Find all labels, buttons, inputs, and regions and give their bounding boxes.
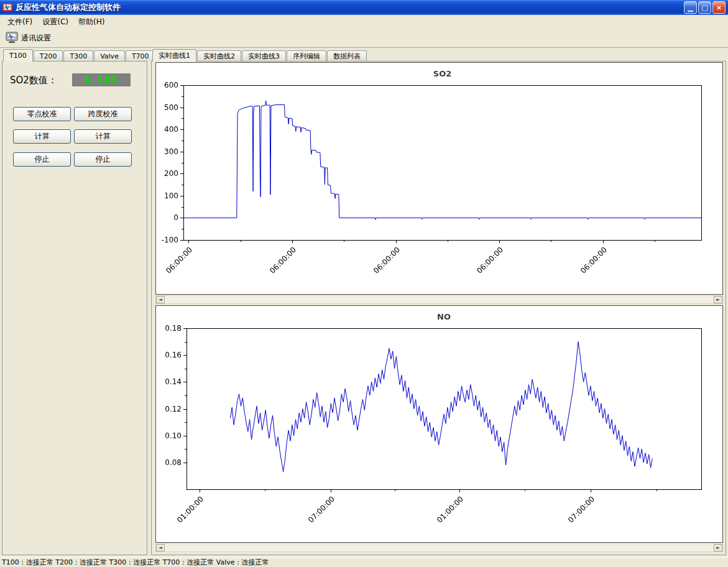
caption-buttons: ▁ □ ×	[684, 1, 726, 14]
so2-value-label: SO2数值：	[10, 75, 57, 86]
tab-t200[interactable]: T200	[34, 50, 63, 61]
stop-button-1[interactable]: 停止	[13, 152, 71, 167]
comm-settings-button[interactable]: 通讯设置	[3, 30, 53, 45]
tab-t100[interactable]: T100	[3, 49, 33, 62]
instrument-tabstrip: T100 T200 T300 Valve T700	[2, 48, 147, 61]
minimize-button[interactable]: ▁	[684, 1, 697, 14]
tab-realtime-curve-2[interactable]: 实时曲线2	[197, 50, 241, 61]
scroll-left-icon[interactable]: ◄	[156, 544, 165, 551]
toolbar: 通讯设置	[0, 29, 728, 48]
connection-status-text: T100：连接正常 T200：连接正常 T300：连接正常 T700：连接正常 …	[2, 558, 269, 567]
span-cal-button[interactable]: 跨度校准	[74, 107, 132, 121]
scroll-left-icon[interactable]: ◄	[156, 296, 165, 303]
so2-chart	[156, 63, 722, 294]
menu-settings[interactable]: 设置(C)	[37, 15, 73, 29]
comm-settings-icon	[6, 32, 19, 44]
scroll-right-icon[interactable]: ►	[714, 296, 722, 303]
menu-bar: 文件(F) 设置(C) 帮助(H)	[0, 15, 728, 29]
tab-realtime-curve-3[interactable]: 实时曲线3	[242, 50, 286, 61]
window-title: 反应性气体自动标定控制软件	[16, 2, 684, 13]
no-chart	[156, 306, 722, 542]
scrollbar-track[interactable]	[165, 544, 714, 551]
so2-chart-box	[155, 62, 723, 295]
close-button[interactable]: ×	[712, 1, 726, 14]
no-chart-scrollbar[interactable]: ◄ ►	[155, 543, 723, 552]
menu-help[interactable]: 帮助(H)	[73, 15, 109, 29]
stop-button-2[interactable]: 停止	[74, 152, 132, 167]
scroll-right-icon[interactable]: ►	[714, 544, 722, 551]
app-icon	[2, 2, 12, 12]
title-bar: 反应性气体自动标定控制软件 ▁ □ ×	[0, 0, 728, 15]
tab-t300[interactable]: T300	[63, 50, 93, 61]
tab-realtime-curve-1[interactable]: 实时曲线1	[152, 49, 196, 62]
so2-chart-scrollbar[interactable]: ◄ ►	[155, 295, 723, 304]
so2-chart-container: ◄ ►	[155, 62, 723, 304]
no-chart-box	[155, 305, 723, 543]
view-tabstrip: 实时曲线1 实时曲线2 实时曲线3 序列编辑 数据列表	[151, 48, 726, 61]
scrollbar-track[interactable]	[165, 296, 714, 303]
restore-button[interactable]: □	[698, 1, 711, 14]
instrument-panel-body: SO2数值： 0.186 零点校准 跨度校准 计算 计算 停止 停止	[2, 61, 147, 555]
chart-panel: 实时曲线1 实时曲线2 实时曲线3 序列编辑 数据列表 ◄ ►	[151, 48, 726, 555]
menu-file[interactable]: 文件(F)	[2, 15, 37, 29]
calc-button-1[interactable]: 计算	[13, 129, 71, 144]
comm-settings-label: 通讯设置	[21, 33, 51, 44]
tab-valve[interactable]: Valve	[94, 50, 125, 61]
so2-value-display: 0.186	[72, 73, 131, 86]
tab-data-list[interactable]: 数据列表	[327, 50, 367, 61]
status-bar: T100：连接正常 T200：连接正常 T300：连接正常 T700：连接正常 …	[0, 557, 728, 567]
main-area: T100 T200 T300 Valve T700 SO2数值： 0.186 零…	[0, 48, 728, 557]
calc-button-2[interactable]: 计算	[74, 129, 132, 144]
zero-cal-button[interactable]: 零点校准	[13, 107, 71, 121]
tab-sequence-edit[interactable]: 序列编辑	[287, 50, 326, 61]
no-chart-container: ◄ ►	[155, 305, 723, 552]
chart-page: ◄ ► ◄ ►	[151, 61, 726, 555]
instrument-panel: T100 T200 T300 Valve T700 SO2数值： 0.186 零…	[2, 48, 147, 555]
